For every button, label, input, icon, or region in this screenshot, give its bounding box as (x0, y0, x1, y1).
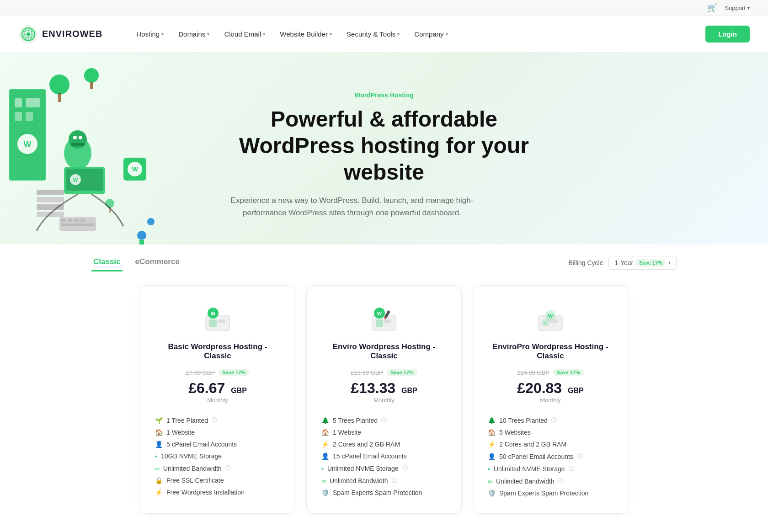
svg-rect-70 (754, 53, 763, 62)
user-icon: 👤 (321, 452, 329, 460)
billing-cycle-selector[interactable]: 1-Year Save 17% ▾ (608, 256, 677, 270)
storage-icon: ▪ (488, 465, 490, 473)
plan-tabs-section: Classic eCommerce Billing Cycle 1-Year S… (0, 245, 768, 271)
user-icon: 👤 (488, 453, 496, 460)
tree-icon: 🌱 (155, 417, 163, 424)
plan-card-enviropro: W ✓ EnviroPro Wordpress Hosting - Classi… (473, 285, 628, 514)
svg-text:W: W (73, 177, 78, 183)
svg-rect-69 (719, 200, 721, 207)
svg-point-68 (714, 188, 726, 201)
svg-rect-53 (713, 83, 718, 90)
feature-item: 🌲 5 Trees Planted ⓘ (321, 416, 447, 424)
feature-item: ⚡ 2 Cores and 2 GB RAM (488, 441, 613, 448)
svg-rect-37 (61, 223, 94, 226)
feature-item: ▪ 10GB NVME Storage (155, 452, 280, 460)
current-price-enviropro: £20.83 GBP (517, 380, 583, 397)
svg-point-26 (49, 74, 69, 95)
nav-cloud-email[interactable]: Cloud Email ▾ (218, 27, 272, 42)
chevron-down-icon: ▾ (668, 260, 671, 265)
feature-item: 🛡️ Spam Experts Spam Protection (321, 489, 447, 496)
info-icon[interactable]: ⓘ (212, 416, 217, 424)
nav-domains[interactable]: Domains ▾ (172, 27, 216, 42)
info-icon[interactable]: ⓘ (392, 477, 397, 484)
feature-item: ▪ Unlimited NVME Storage ⓘ (321, 464, 447, 472)
svg-rect-93 (550, 319, 558, 323)
hero-title: Powerful & affordable WordPress hosting … (224, 106, 544, 185)
feature-item: ▪ Unlimited NVME Storage ⓘ (488, 465, 613, 473)
svg-rect-77 (206, 316, 229, 330)
info-icon[interactable]: ⓘ (402, 464, 408, 472)
svg-rect-89 (384, 319, 391, 323)
original-price-enviropro: £24.99 GBP (517, 369, 549, 376)
login-button[interactable]: Login (705, 26, 750, 43)
svg-rect-59 (739, 101, 743, 107)
svg-rect-90 (384, 324, 391, 326)
period-enviropro: Monthly (540, 397, 561, 404)
svg-rect-71 (745, 117, 763, 126)
nav-hosting[interactable]: Hosting ▾ (130, 27, 170, 42)
info-icon[interactable]: ⓘ (558, 477, 564, 485)
nav-company[interactable]: Company ▾ (408, 27, 454, 42)
plan-title-enviro: Enviro Wordpress Hosting - Classic (321, 342, 447, 361)
feature-item: 👤 5 cPanel Email Accounts (155, 441, 280, 448)
feature-item: 🏠 1 Website (155, 429, 280, 436)
svg-rect-21 (71, 143, 85, 146)
svg-rect-94 (550, 324, 558, 326)
plan-title-basic: Basic Wordpress Hosting - Classic (155, 342, 280, 361)
info-icon[interactable]: ⓘ (381, 416, 387, 424)
svg-rect-23 (37, 197, 64, 202)
svg-text:W: W (24, 140, 32, 149)
cart-icon[interactable]: 🛒 (707, 3, 717, 13)
chevron-down-icon: ▾ (263, 32, 265, 37)
tab-classic[interactable]: Classic (91, 254, 123, 271)
info-icon[interactable]: ⓘ (551, 416, 557, 424)
svg-rect-11 (26, 98, 33, 107)
svg-text:W: W (682, 158, 690, 167)
cpu-icon: ⚡ (321, 441, 329, 448)
plan-card-enviro: W Enviro Wordpress Hosting - Classic £15… (306, 285, 462, 514)
svg-rect-46 (139, 240, 144, 245)
svg-rect-55 (705, 93, 710, 100)
nav-website-builder[interactable]: Website Builder ▾ (273, 27, 338, 42)
feature-item: ∞ Unlimited Bandwidth ⓘ (155, 464, 280, 472)
svg-point-28 (84, 68, 99, 83)
info-icon[interactable]: ⓘ (225, 464, 231, 472)
svg-point-6 (27, 32, 30, 36)
svg-rect-33 (61, 219, 66, 222)
nav-security-tools[interactable]: Security & Tools ▾ (340, 27, 406, 42)
chevron-down-icon: ▾ (207, 32, 209, 37)
feature-item: ⚡ Free Wordpress Installation (155, 489, 280, 496)
tab-ecommerce[interactable]: eCommerce (133, 254, 181, 271)
wp-install-icon: ⚡ (155, 489, 163, 496)
logo[interactable]: ENVIROWEB (18, 24, 102, 44)
svg-rect-51 (697, 83, 703, 90)
svg-rect-29 (90, 82, 93, 89)
feature-item: 🌱 1 Tree Planted ⓘ (155, 416, 280, 424)
svg-rect-10 (15, 98, 22, 107)
hero-subtitle: Experience a new way to WordPress. Build… (224, 194, 480, 219)
period-enviro: Monthly (373, 397, 395, 404)
svg-text:W: W (377, 311, 382, 316)
svg-rect-84 (376, 319, 383, 327)
svg-rect-27 (58, 93, 61, 102)
tree-icon: 🌲 (321, 417, 329, 424)
svg-rect-52 (705, 83, 710, 90)
feature-item: ∞ Unlimited Bandwidth ⓘ (488, 477, 613, 485)
home-icon: 🏠 (321, 429, 329, 436)
original-price-enviro: £15.99 GBP (351, 369, 383, 376)
spam-icon: 🛡️ (488, 489, 496, 497)
feature-item: ∞ Unlimited Bandwidth ⓘ (321, 477, 447, 484)
tree-icon: 🌲 (488, 417, 496, 424)
info-icon[interactable]: ⓘ (569, 465, 574, 473)
svg-rect-36 (80, 219, 85, 222)
billing-cycle-section: Billing Cycle 1-Year Save 17% ▾ (568, 256, 677, 270)
home-icon: 🏠 (488, 429, 496, 436)
svg-rect-34 (68, 219, 72, 222)
period-basic: Monthly (207, 397, 228, 404)
svg-rect-82 (218, 324, 225, 326)
plan-icon-basic: W (201, 302, 234, 335)
support-link[interactable]: Support ▾ (725, 5, 750, 11)
info-icon[interactable]: ⓘ (577, 452, 582, 460)
feature-item: ⚡ 2 Cores and 2 GB RAM (321, 441, 447, 448)
svg-rect-13 (15, 112, 22, 121)
